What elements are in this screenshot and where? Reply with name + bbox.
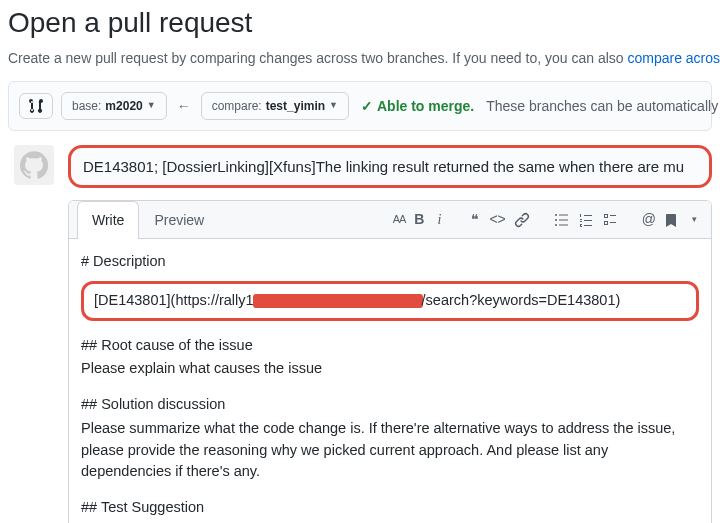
bookmark-icon: [664, 212, 680, 228]
body-description-link: [DE143801](https://rally1/search?keyword…: [81, 281, 699, 321]
link-icon: [514, 212, 530, 228]
chevron-down-icon: ▼: [329, 99, 338, 113]
saved-replies-caret[interactable]: ▾: [685, 211, 703, 229]
list-ol-icon: [578, 212, 594, 228]
compare-branch-selector[interactable]: compare: test_yimin ▼: [201, 92, 349, 120]
body-heading-rootcause: ## Root cause of the issue: [81, 335, 699, 357]
body-rootcause-text: Please explain what causes the issue: [81, 358, 699, 380]
chevron-down-icon: ▼: [147, 99, 156, 113]
mention-button[interactable]: @: [639, 207, 659, 232]
link-button[interactable]: [511, 210, 533, 230]
editor: Write Preview AA B i ❝ <>: [68, 200, 712, 523]
body-heading-description: # Description: [81, 251, 699, 273]
base-branch-selector[interactable]: base: m2020 ▼: [61, 92, 167, 120]
merge-status: ✓ Able to merge.: [361, 96, 474, 117]
merge-note: These branches can be automatically merg…: [486, 96, 720, 117]
page-title: Open a pull request: [8, 2, 712, 44]
branch-compare-bar: base: m2020 ▼ ← compare: test_yimin ▼ ✓ …: [8, 81, 712, 131]
body-heading-test: ## Test Suggestion: [81, 497, 699, 519]
compare-swap-button[interactable]: [19, 93, 53, 119]
tab-preview[interactable]: Preview: [139, 201, 219, 239]
quote-button[interactable]: ❝: [466, 207, 484, 232]
bold-button[interactable]: B: [410, 207, 428, 232]
check-icon: ✓: [361, 96, 373, 117]
italic-button[interactable]: i: [430, 207, 448, 232]
git-compare-icon: [28, 98, 44, 114]
code-button[interactable]: <>: [486, 207, 508, 232]
redacted-segment: [253, 294, 423, 308]
ol-button[interactable]: [575, 210, 597, 230]
arrow-left-icon: ←: [175, 96, 193, 117]
md-toolbar: AA B i ❝ <>: [376, 207, 703, 232]
pr-title-input[interactable]: [68, 145, 712, 188]
body-solution-text: Please summarize what the code change is…: [81, 418, 699, 483]
pr-body-textarea[interactable]: # Description [DE143801](https://rally1/…: [69, 239, 711, 523]
tab-write[interactable]: Write: [77, 201, 139, 239]
compare-across-forks-link[interactable]: compare across forks: [627, 50, 720, 66]
list-ul-icon: [554, 212, 570, 228]
page-subtitle: Create a new pull request by comparing c…: [8, 48, 712, 69]
avatar: [14, 145, 54, 185]
ul-button[interactable]: [551, 210, 573, 230]
tasklist-icon: [602, 212, 618, 228]
github-icon: [20, 151, 48, 179]
heading-button[interactable]: AA: [390, 209, 409, 230]
body-heading-solution: ## Solution discussion: [81, 394, 699, 416]
saved-replies-button[interactable]: [661, 210, 683, 230]
tasklist-button[interactable]: [599, 210, 621, 230]
